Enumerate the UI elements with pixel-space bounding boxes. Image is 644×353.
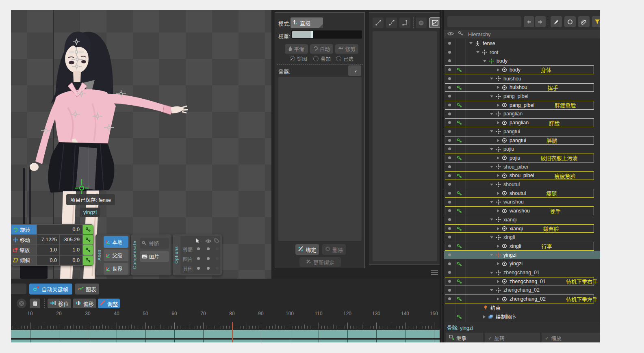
expander-open[interactable]: [490, 236, 493, 238]
transform-rotate-value[interactable]: 0.0: [37, 225, 82, 234]
expander-closed[interactable]: [497, 245, 499, 248]
expander-open[interactable]: [469, 42, 473, 44]
tree-row-pojiu[interactable]: pojiu破旧衣服上污渍: [444, 154, 600, 162]
stepped-curve-button[interactable]: [399, 17, 410, 28]
visibility-dot[interactable]: [448, 218, 451, 221]
pie-checkbox[interactable]: ✓ 饼图: [290, 55, 307, 63]
frame-input[interactable]: [11, 284, 26, 294]
tree-row-wanshou[interactable]: wanshou挽手: [444, 206, 600, 215]
transform-translate-key-button[interactable]: [83, 235, 93, 245]
visibility-dot[interactable]: [448, 227, 451, 230]
expander-open[interactable]: [490, 201, 493, 203]
transform-rotate-key-button[interactable]: [83, 225, 93, 234]
key-icon[interactable]: [457, 191, 462, 198]
visibility-dot[interactable]: [448, 95, 451, 97]
graph-area[interactable]: [373, 31, 437, 261]
expander-closed[interactable]: [497, 297, 499, 301]
visibility-dot[interactable]: [448, 59, 451, 62]
shift-button[interactable]: 移位: [48, 299, 71, 308]
autokey-button[interactable]: 自动关键帧: [29, 284, 72, 295]
expander-closed[interactable]: [497, 192, 499, 195]
transform-shear-button[interactable]: 倾斜: [11, 256, 37, 265]
expander-open[interactable]: [476, 51, 479, 53]
tree-row-root[interactable]: root: [444, 48, 600, 57]
tree-row-约束[interactable]: 约束: [444, 303, 600, 312]
mode-dropdown[interactable]: 直接: [291, 17, 323, 28]
tree-row-pangtui[interactable]: pangtui胖腿: [444, 136, 600, 145]
offset-button[interactable]: 偏移: [73, 299, 96, 308]
axes-button-2[interactable]: 世界: [104, 263, 128, 275]
transform-translate-value-x[interactable]: -7.1225: [37, 235, 59, 245]
tree-row-yingzi[interactable]: yingzi: [444, 260, 600, 269]
tree-row-xingli[interactable]: xingli行李: [444, 242, 600, 251]
graph-button[interactable]: 图表: [75, 284, 99, 295]
visibility-dot[interactable]: [448, 271, 451, 274]
transform-translate-button[interactable]: 移动: [11, 235, 37, 245]
tree-row-shoutui[interactable]: shoutui瘦腿: [444, 189, 600, 198]
visibility-dot[interactable]: [448, 139, 451, 142]
tree-row-shou_pibei[interactable]: shou_pibei: [444, 162, 600, 171]
transform-scale-button[interactable]: 缩放: [11, 245, 37, 255]
selected-checkbox[interactable]: 已选: [336, 55, 353, 63]
options-dot[interactable]: [207, 267, 210, 270]
expander-open[interactable]: [490, 184, 493, 186]
tree-row-shoutui[interactable]: shoutui: [444, 180, 600, 189]
key-icon[interactable]: [457, 138, 462, 145]
expander-open[interactable]: [490, 254, 493, 256]
options-dot[interactable]: [207, 247, 210, 250]
visibility-dot[interactable]: [448, 236, 451, 238]
expander-open[interactable]: [490, 219, 493, 221]
expander-closed[interactable]: [497, 139, 499, 142]
window-splitter[interactable]: [440, 10, 444, 342]
graph-view-button[interactable]: [429, 17, 441, 28]
compensate-button-0[interactable]: 骨骼: [140, 238, 169, 249]
axes-button-0[interactable]: 本地: [104, 236, 128, 248]
options-dot[interactable]: [197, 267, 200, 270]
visibility-dot[interactable]: [448, 289, 451, 292]
key-icon[interactable]: [457, 102, 462, 110]
tree-row-zhengchang_01[interactable]: zhengchang_01: [444, 268, 600, 277]
expander-closed[interactable]: [497, 262, 499, 265]
visibility-dot[interactable]: [448, 113, 451, 115]
expander-closed[interactable]: [497, 174, 499, 177]
key-icon[interactable]: [457, 120, 462, 127]
key-icon[interactable]: [457, 173, 462, 180]
panel-menu-icon[interactable]: [431, 270, 438, 275]
key-icon[interactable]: [457, 314, 462, 321]
expander-open[interactable]: [490, 272, 493, 274]
transform-rotate-button[interactable]: 旋转: [11, 225, 37, 234]
tree-row-pang_pibei[interactable]: pang_pibei: [444, 92, 600, 101]
options-dot[interactable]: [197, 247, 200, 250]
tree-row-shou_pibei[interactable]: shou_pibei瘦疲惫脸: [444, 171, 600, 180]
key-icon[interactable]: [457, 243, 462, 251]
remove-curve-button[interactable]: [416, 17, 427, 28]
visibility-dot[interactable]: [448, 183, 451, 186]
tree-row-huishou[interactable]: huishou: [444, 74, 600, 83]
expander-open[interactable]: [490, 113, 493, 115]
smooth-button[interactable]: 平滑: [285, 44, 308, 54]
visibility-dot[interactable]: [448, 201, 451, 204]
visibility-dot[interactable]: [448, 104, 451, 106]
tree-row-xingli[interactable]: xingli: [444, 233, 600, 242]
visibility-dot[interactable]: [448, 42, 451, 45]
transform-shear-key-button[interactable]: [83, 256, 93, 265]
inherit-scale-checkbox[interactable]: ✓ 缩放: [542, 333, 600, 342]
visibility-dot[interactable]: [448, 130, 451, 133]
brush-tool-button[interactable]: [551, 16, 562, 27]
inherit-rotate-checkbox[interactable]: ✓ 旋转: [485, 333, 540, 342]
key-icon[interactable]: [457, 226, 462, 233]
tree-row-yingzi[interactable]: yingzi: [444, 251, 600, 260]
expander-closed[interactable]: [497, 86, 499, 89]
expander-closed[interactable]: [497, 68, 499, 71]
hierarchy-search-input[interactable]: [447, 16, 521, 27]
tree-row-zhengchang_02[interactable]: zhengchang_02: [444, 286, 600, 295]
tree-row-pojiu[interactable]: pojiu: [444, 145, 600, 154]
transform-translate-value-y[interactable]: -305.29: [60, 235, 82, 245]
transform-scale-key-button[interactable]: [83, 245, 93, 255]
tree-row-xianqi[interactable]: xianqi: [444, 215, 600, 224]
pick-bone-button[interactable]: [348, 65, 361, 76]
visibility-dot[interactable]: [448, 262, 451, 265]
expander-closed[interactable]: [497, 121, 499, 124]
viewport-canvas[interactable]: 项目已保存: fense yingzi 旋转0.0移动-7.1225-305.2…: [11, 10, 271, 279]
remove-button[interactable]: 删除: [322, 244, 346, 255]
